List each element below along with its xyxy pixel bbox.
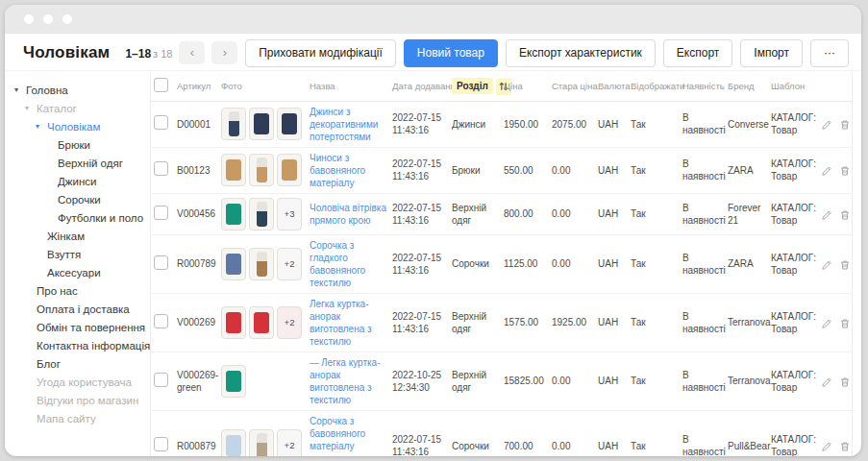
sidebar-item-label: Відгуки про магазин <box>37 395 138 406</box>
sidebar-item-label: Головна <box>26 85 68 96</box>
product-display: Так <box>631 119 646 130</box>
sidebar-item-13[interactable]: Обмін та повернення <box>5 318 150 336</box>
sidebar-item-18[interactable]: Мапа сайту <box>5 409 150 427</box>
product-thumbnail[interactable] <box>221 365 246 398</box>
sidebar-item-7[interactable]: Футболки и поло <box>5 208 150 227</box>
cell-old_price: 0.00 <box>549 193 595 234</box>
window-minimize-icon[interactable] <box>43 14 53 24</box>
sidebar-item-4[interactable]: Верхній одяг <box>5 154 150 172</box>
export-characteristics-button[interactable]: Експорт характеристик <box>506 39 656 67</box>
delete-icon[interactable] <box>839 209 851 221</box>
product-name-link[interactable]: Легка куртка-анорак виготовлена з тексти… <box>310 299 372 347</box>
cell-template: КАТАЛОГ: Товар <box>768 147 818 193</box>
row-checkbox[interactable] <box>154 255 168 270</box>
more-photos-badge[interactable]: +3 <box>277 198 302 230</box>
product-category: Брюки <box>452 165 481 176</box>
product-thumbnail[interactable] <box>249 248 274 280</box>
cell-name: Чиноси з бавовняного матеріалу <box>307 147 389 193</box>
row-checkbox[interactable] <box>154 373 168 387</box>
product-thumbnail[interactable] <box>221 306 246 339</box>
sidebar-item-2[interactable]: ▾Чоловікам <box>5 117 150 135</box>
more-photos-badge[interactable]: +2 <box>277 306 302 339</box>
product-thumbnail[interactable] <box>277 154 302 186</box>
pagination-prev-button[interactable]: ‹ <box>179 41 205 64</box>
product-display: Так <box>631 441 646 451</box>
cell-name: Чоловіча вітрівка прямого крою <box>307 193 389 234</box>
product-name-link[interactable]: Чиноси з бавовняного матеріалу <box>310 153 365 188</box>
photo-group <box>221 365 304 398</box>
product-thumbnail[interactable] <box>221 108 246 140</box>
table-row: R000879+2Сорочка з бавовняного матеріалу… <box>151 410 852 456</box>
product-brand: Terranova <box>728 376 770 386</box>
product-thumbnail[interactable] <box>221 248 246 280</box>
product-thumbnail[interactable] <box>221 429 246 456</box>
column-header-category[interactable]: Розділ <box>449 71 501 101</box>
edit-icon[interactable] <box>821 165 832 177</box>
product-thumbnail[interactable] <box>221 198 246 230</box>
sidebar-item-16[interactable]: Угода користувача <box>5 373 150 391</box>
cell-actions <box>818 147 852 193</box>
product-name-link[interactable]: Легка куртка-анорак виготовлена з тексти… <box>310 357 381 405</box>
import-button[interactable]: Імпорт <box>740 39 803 67</box>
more-actions-button[interactable]: ··· <box>810 39 849 67</box>
delete-icon[interactable] <box>839 441 851 452</box>
edit-icon[interactable] <box>821 119 832 131</box>
sidebar-item-0[interactable]: ▾Головна <box>5 81 150 99</box>
sidebar-item-17[interactable]: Відгуки про магазин <box>5 391 150 409</box>
time-added: 11:43:16 <box>392 323 446 335</box>
sidebar-item-3[interactable]: Брюки <box>5 135 150 154</box>
more-photos-badge[interactable]: +2 <box>277 248 302 280</box>
row-checkbox[interactable] <box>154 314 168 328</box>
export-button[interactable]: Експорт <box>663 39 732 67</box>
cell-select <box>151 410 174 456</box>
product-old-price: 0.00 <box>552 441 570 451</box>
sidebar-item-9[interactable]: Взуття <box>5 245 150 263</box>
product-name-link[interactable]: Сорочка з бавовняного матеріалу притален… <box>310 416 365 456</box>
sidebar-item-6[interactable]: Сорочки <box>5 190 150 208</box>
window-close-icon[interactable] <box>24 14 34 24</box>
row-checkbox[interactable] <box>154 206 168 220</box>
delete-icon[interactable] <box>839 165 851 177</box>
sidebar-item-5[interactable]: Джинси <box>5 172 150 190</box>
product-thumbnail[interactable] <box>277 108 302 140</box>
product-name-link[interactable]: Чоловіча вітрівка прямого крою <box>310 203 386 226</box>
delete-icon[interactable] <box>839 259 851 271</box>
product-thumbnail[interactable] <box>249 429 274 456</box>
hide-modifications-button[interactable]: Приховати модифікації <box>245 39 396 67</box>
delete-icon[interactable] <box>839 318 851 329</box>
row-checkbox[interactable] <box>154 161 168 176</box>
new-product-button[interactable]: Новий товар <box>404 39 498 67</box>
window-maximize-icon[interactable] <box>62 14 72 24</box>
more-photos-badge[interactable]: +2 <box>277 429 302 456</box>
sidebar-item-8[interactable]: Жінкам <box>5 227 150 245</box>
edit-icon[interactable] <box>821 441 832 452</box>
product-thumbnail[interactable] <box>221 154 246 186</box>
sidebar-item-1[interactable]: ▾Каталог <box>5 99 150 117</box>
row-checkbox[interactable] <box>154 115 168 130</box>
sidebar-item-11[interactable]: Про нас <box>5 281 150 300</box>
cell-price: 550.00 <box>501 147 549 193</box>
product-thumbnail[interactable] <box>249 154 274 186</box>
edit-icon[interactable] <box>821 209 832 221</box>
edit-icon[interactable] <box>821 259 832 271</box>
delete-icon[interactable] <box>839 119 851 131</box>
sidebar-item-10[interactable]: Аксесуари <box>5 263 150 281</box>
delete-icon[interactable] <box>839 376 851 388</box>
product-thumbnail[interactable] <box>249 306 274 339</box>
sidebar-item-15[interactable]: Блог <box>5 354 150 373</box>
product-thumbnail[interactable] <box>249 198 274 230</box>
product-thumbnail[interactable] <box>249 108 274 140</box>
sidebar-item-label: Мапа сайту <box>37 413 96 425</box>
row-checkbox[interactable] <box>154 437 168 451</box>
product-brand: Forever 21 <box>728 203 760 226</box>
sidebar-item-14[interactable]: Контактна інформація <box>5 336 150 354</box>
edit-icon[interactable] <box>821 318 832 329</box>
product-name-link[interactable]: Сорочка з гладкого бавовняного текстилю <box>310 240 365 288</box>
select-all-checkbox[interactable] <box>154 78 168 92</box>
pagination-next-button[interactable]: › <box>211 41 237 64</box>
sidebar-item-12[interactable]: Оплата і доставка <box>5 300 150 318</box>
edit-icon[interactable] <box>821 376 832 388</box>
sidebar-item-label: Обмін та повернення <box>37 322 145 333</box>
product-display: Так <box>631 376 646 386</box>
product-name-link[interactable]: Джинси з декоративними потертостями <box>310 107 378 142</box>
